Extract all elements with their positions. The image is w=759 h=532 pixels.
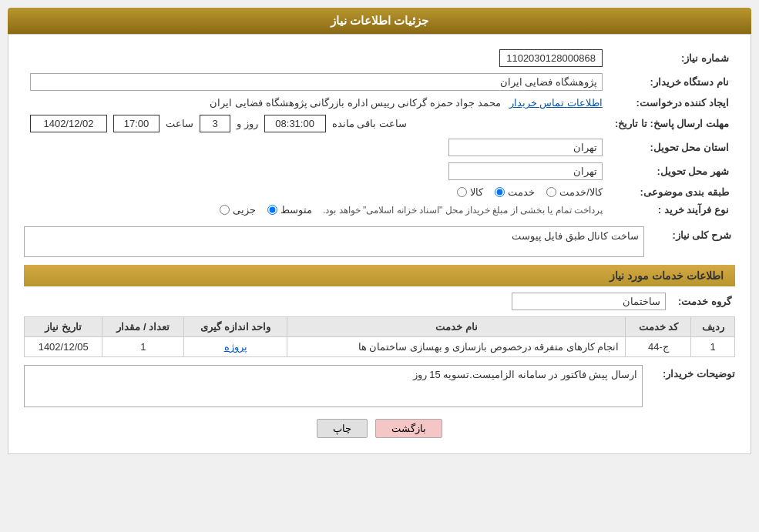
radio-khedmat[interactable]: خدمت: [495, 186, 535, 198]
col-vahed: واحد اندازه گیری: [184, 317, 287, 337]
col-radif: ردیف: [691, 317, 735, 337]
page-title: جزئیات اطلاعات نیاز: [8, 8, 751, 34]
ostanTahvil-value: تهران: [24, 136, 609, 159]
noefarayand-row: پرداخت تمام یا بخشی از مبلغ خریداز محل "…: [24, 201, 609, 219]
namDastgah-box: پژوهشگاه فضایی ایران: [30, 73, 603, 91]
shahrKoli-box: ساخت کانال طبق فایل پیوست: [24, 226, 644, 257]
radio-motvaset[interactable]: متوسط: [267, 204, 312, 216]
radio-jozi[interactable]: جزیی: [220, 204, 256, 216]
tawzihKharidar-value: ارسال پیش فاکتور در سامانه الزامیست.تسوی…: [24, 365, 643, 407]
namDastgah-label: نام دستگاه خریدار:: [609, 70, 735, 94]
date-box: 1402/12/02: [30, 115, 107, 132]
shahrTahvil-label: شهر محل تحویل:: [609, 159, 735, 183]
shomareNiaz-label: شماره نیاز:: [609, 46, 735, 70]
cell-tarikh: 1402/12/05: [25, 337, 102, 357]
saat-label: ساعت: [166, 118, 193, 129]
col-tarikh: تاریخ نیاز: [25, 317, 102, 337]
namDastgah-value: پژوهشگاه فضایی ایران: [24, 70, 609, 94]
cell-vahed: پروژه: [184, 337, 287, 357]
tabaghebandiMozo-label: طبقه بندی موضوعی:: [609, 183, 735, 201]
shomareNiaz-box: 1102030128000868: [499, 49, 603, 67]
col-kodKhedmat: کد خدمت: [626, 317, 691, 337]
ijadKonande-link[interactable]: اطلاعات تماس خریدار: [509, 97, 603, 109]
ostanTahvil-box: تهران: [448, 139, 603, 156]
ostanTahvil-label: استان محل تحویل:: [609, 136, 735, 159]
ijadKonande-value: اطلاعات تماس خریدار محمد جواد حمزه گرکان…: [24, 94, 609, 112]
cell-radif: 1: [691, 337, 735, 357]
group-label: گروه خدمت:: [673, 296, 735, 307]
col-tedad: تعداد / مقدار: [102, 317, 184, 337]
ijadKonande-label: ایجاد کننده درخواست:: [609, 94, 735, 112]
back-button[interactable]: بازگشت: [375, 419, 442, 438]
shahrKoli-label: شرح کلی نیاز:: [650, 226, 735, 241]
vahed-link[interactable]: پروژه: [224, 341, 247, 353]
table-row: 1 ج-44 انجام کارهای متفرقه درخصوص بازساز…: [25, 337, 735, 357]
cell-kodKhedmat: ج-44: [626, 337, 691, 357]
ijadKonande-text: محمد جواد حمزه گرکانی رییس اداره بازرگان…: [210, 97, 501, 109]
noefarayand-label: نوع فرآیند خرید :: [609, 201, 735, 219]
radio-kala[interactable]: کالا: [457, 186, 483, 198]
baghiMande-box: 08:31:00: [264, 115, 326, 132]
shahrTahvil-box: تهران: [448, 162, 603, 180]
col-namKhedmat: نام خدمت: [287, 317, 626, 337]
shahrTahvil-value: تهران: [24, 159, 609, 183]
buttons-row: بازگشت چاپ: [24, 415, 735, 442]
services-section-header: اطلاعات خدمات مورد نیاز: [24, 265, 735, 286]
rooz-box: 3: [200, 115, 230, 132]
tawzihKharidar-label: توضیحات خریدار:: [650, 365, 735, 380]
print-button[interactable]: چاپ: [317, 419, 368, 438]
mohlatErsal-row: ساعت باقی مانده 08:31:00 روز و 3 ساعت 17…: [24, 112, 609, 136]
saat-box: 17:00: [113, 115, 160, 132]
baghiMande-label: ساعت باقی مانده: [332, 118, 407, 129]
cell-tedad: 1: [102, 337, 184, 357]
rooz-label: روز و: [237, 118, 258, 129]
services-table: ردیف کد خدمت نام خدمت واحد اندازه گیری ت…: [24, 316, 735, 357]
tawzihKharidar-section: توضیحات خریدار: ارسال پیش فاکتور در ساما…: [24, 365, 735, 407]
radio-kala-khedmat[interactable]: کالا/خدمت: [546, 186, 603, 198]
shomareNiaz-value: 1102030128000868: [164, 46, 609, 70]
tabaghebandiMozo-options: کالا/خدمت خدمت کالا: [24, 183, 609, 201]
noefarayand-note: پرداخت تمام یا بخشی از مبلغ خریداز محل "…: [323, 205, 603, 216]
cell-namKhedmat: انجام کارهای متفرقه درخصوص بازسازی و بهس…: [287, 337, 626, 357]
mohlatErsal-label: مهلت ارسال پاسخ: تا تاریخ:: [609, 112, 735, 136]
group-value: ساختمان: [512, 293, 666, 310]
